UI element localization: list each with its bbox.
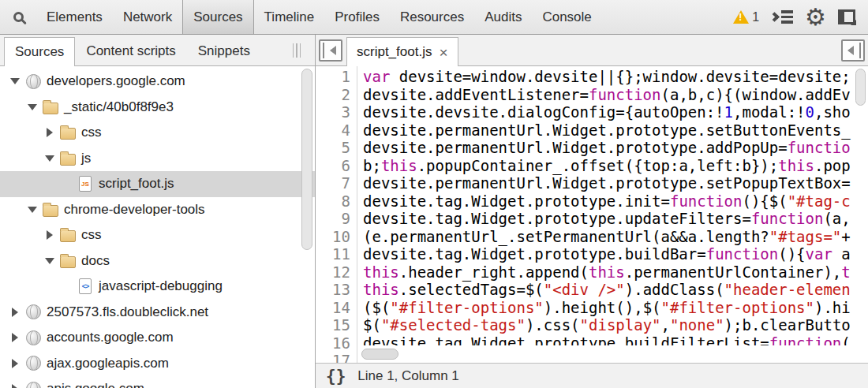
globe-icon xyxy=(24,356,43,371)
code-line: b;this.popupContainer_.offset({top:a,lef… xyxy=(363,157,868,175)
line-number[interactable]: 17 xyxy=(316,352,357,363)
warnings-button[interactable]: 1 xyxy=(733,10,759,24)
tree-item-docs[interactable]: docs xyxy=(0,248,315,274)
search-button[interactable] xyxy=(0,0,36,34)
toolbar-tab-network[interactable]: Network xyxy=(113,0,182,34)
navigator-tab-row: SourcesContent scriptsSnippets xyxy=(0,35,315,66)
toolbar-tab-sources[interactable]: Sources xyxy=(182,0,253,34)
code-line: devsite.tag.Widget.prototype.updateFilte… xyxy=(363,210,868,228)
close-icon[interactable]: × xyxy=(439,45,447,60)
tree-item-chrome-developer-tools[interactable]: chrome-developer-tools xyxy=(0,197,315,223)
tree-item-label: chrome-developer-tools xyxy=(64,202,205,218)
tree-item-2507573-fls-doubleclick-net[interactable]: 2507573.fls.doubleclick.net xyxy=(0,300,315,326)
navigator-tab-content-scripts[interactable]: Content scripts xyxy=(75,37,186,65)
tree-item-js[interactable]: js xyxy=(0,146,315,172)
line-number[interactable]: 8 xyxy=(316,192,357,211)
editor-tab-row: script_foot.js × xyxy=(316,35,868,66)
console-lines-icon xyxy=(781,10,793,24)
tree-item-label: css xyxy=(81,125,102,140)
navigator-tab-sources[interactable]: Sources xyxy=(4,37,75,66)
toolbar-tab-elements[interactable]: Elements xyxy=(36,0,113,34)
tree-scrollbar[interactable] xyxy=(301,69,312,250)
code-line: devsite.addEventListener=function(a,b,c)… xyxy=(363,86,868,104)
expand-arrow-icon[interactable] xyxy=(6,384,24,388)
line-number[interactable]: 14 xyxy=(316,299,357,317)
warning-count: 1 xyxy=(752,10,759,24)
tree-item-label: css xyxy=(81,227,102,243)
code-line: devsite.tag.Widget.prototype.init=functi… xyxy=(363,192,868,211)
collapse-arrow-icon[interactable] xyxy=(41,155,58,162)
code-line: devsite.tag.Widget.prototype.buildBar=fu… xyxy=(363,245,868,263)
expand-arrow-icon[interactable] xyxy=(6,333,24,342)
line-number[interactable]: 3 xyxy=(316,103,357,121)
line-number[interactable]: 6 xyxy=(316,157,357,175)
code-content[interactable]: var devsite=window.devsite||{};window.de… xyxy=(357,66,868,363)
tree-item-accounts-google-com[interactable]: accounts.google.com xyxy=(0,325,315,351)
panel-tabs: ElementsNetworkSourcesTimelineProfilesRe… xyxy=(36,0,602,34)
hide-navigator-icon[interactable] xyxy=(319,39,342,62)
toolbar-tab-profiles[interactable]: Profiles xyxy=(324,0,390,34)
tree-item-label: apis.google.com xyxy=(47,381,144,388)
console-drawer-button[interactable] xyxy=(771,10,793,24)
globe-icon xyxy=(24,304,43,319)
line-number[interactable]: 2 xyxy=(316,86,357,104)
expand-arrow-icon[interactable] xyxy=(41,128,58,137)
tree-item-label: developers.google.com xyxy=(47,73,185,89)
tree-item-javascript-debugging[interactable]: javascript-debugging xyxy=(0,274,315,300)
cursor-position: Line 1, Column 1 xyxy=(357,368,459,384)
line-number[interactable]: 9 xyxy=(316,210,357,228)
tree-item-developers-google-com[interactable]: developers.google.com xyxy=(0,69,315,95)
pretty-print-icon[interactable]: {} xyxy=(326,367,346,386)
line-number[interactable]: 10 xyxy=(316,228,357,246)
code-line: devsite.permanentUrl.Widget.prototype.se… xyxy=(363,174,868,192)
line-number[interactable]: 13 xyxy=(316,281,357,299)
collapse-arrow-icon[interactable] xyxy=(24,104,41,110)
navigator-tab-snippets[interactable]: Snippets xyxy=(187,37,261,65)
line-number[interactable]: 11 xyxy=(316,245,357,263)
dock-side-icon[interactable] xyxy=(838,9,855,24)
settings-gear-icon[interactable]: ⚙ xyxy=(805,6,826,29)
line-number[interactable]: 4 xyxy=(316,121,357,140)
collapse-arrow-icon[interactable] xyxy=(24,207,41,213)
horizontal-scrollbar-thumb[interactable] xyxy=(361,349,398,360)
show-sidebar-icon[interactable] xyxy=(841,39,865,62)
horizontal-scrollbar[interactable] xyxy=(358,345,868,363)
expand-arrow-icon[interactable] xyxy=(6,359,24,368)
collapse-arrow-icon[interactable] xyxy=(41,258,58,264)
folder-icon xyxy=(58,125,77,140)
line-number[interactable]: 1 xyxy=(316,68,357,86)
tree-item-label: script_foot.js xyxy=(99,176,174,192)
code-editor[interactable]: 1234567891011121314151617 var devsite=wi… xyxy=(316,66,868,363)
code-line: devsite.permanentUrl.Widget.prototype.se… xyxy=(363,121,868,140)
code-line: this.selectedTags=$("<div />").addClass(… xyxy=(363,281,868,299)
panel-resize-grip[interactable] xyxy=(293,43,301,58)
code-line: this.header_right.append(this.permanentU… xyxy=(363,263,868,282)
line-number[interactable]: 12 xyxy=(316,263,357,282)
toolbar-right: 1 ⚙ xyxy=(733,0,868,34)
toolbar-tab-console[interactable]: Console xyxy=(532,0,601,34)
line-number[interactable]: 15 xyxy=(316,316,357,334)
js-file-icon xyxy=(76,176,95,192)
toolbar-tab-timeline[interactable]: Timeline xyxy=(254,0,325,34)
file-tree: developers.google.com_static/40b0f8f9e3c… xyxy=(0,66,315,388)
tree-item-ajax-googleapis-com[interactable]: ajax.googleapis.com xyxy=(0,351,315,377)
folder-icon xyxy=(58,151,77,166)
file-tab[interactable]: script_foot.js × xyxy=(346,37,458,66)
line-number[interactable]: 5 xyxy=(316,139,357,157)
expand-arrow-icon[interactable] xyxy=(41,230,58,240)
code-line: devsite.permanentUrl.Widget.prototype.ad… xyxy=(363,139,868,157)
line-number-gutter: 1234567891011121314151617 xyxy=(316,66,357,363)
line-number[interactable]: 7 xyxy=(316,174,357,192)
code-line: $("#selected-tags").css("display","none"… xyxy=(363,316,868,334)
collapse-arrow-icon[interactable] xyxy=(6,78,24,84)
tree-item-css[interactable]: css xyxy=(0,120,315,146)
tree-item-apis-google-com[interactable]: apis.google.com xyxy=(0,376,315,388)
toolbar-tab-audits[interactable]: Audits xyxy=(474,0,532,34)
toolbar-tab-resources[interactable]: Resources xyxy=(390,0,474,34)
editor-scrollbar[interactable] xyxy=(855,69,866,106)
tree-item-css[interactable]: css xyxy=(0,222,315,248)
line-number[interactable]: 16 xyxy=(316,334,357,353)
expand-arrow-icon[interactable] xyxy=(6,308,24,317)
tree-item-static-40b0f8f9e3[interactable]: _static/40b0f8f9e3 xyxy=(0,95,315,121)
tree-item-script-foot-js[interactable]: script_foot.js xyxy=(0,171,315,197)
